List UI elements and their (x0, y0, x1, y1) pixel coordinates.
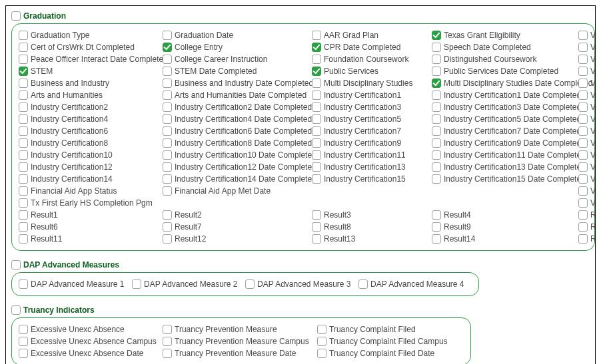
checkbox-r13[interactable] (312, 234, 321, 244)
checkbox-ahdc[interactable] (163, 91, 172, 100)
checkbox-dap2[interactable] (132, 279, 141, 289)
checkbox-euad[interactable] (19, 349, 28, 358)
checkbox-r2[interactable] (163, 210, 172, 220)
checkbox-euac[interactable] (19, 337, 28, 346)
checkbox-v1[interactable] (578, 31, 588, 40)
checkbox-ic10[interactable] (19, 150, 28, 160)
checkbox-speech[interactable] (432, 43, 441, 52)
checkbox-dist[interactable] (432, 55, 441, 64)
checkbox-ic15dc[interactable] (432, 174, 441, 184)
checkbox-tcfd[interactable] (317, 349, 326, 358)
checkbox-r8[interactable] (312, 222, 321, 232)
checkbox-r5[interactable] (578, 210, 588, 220)
checkbox-dap4[interactable] (358, 279, 368, 289)
checkbox-cpr[interactable] (312, 43, 321, 52)
checkbox-aar[interactable] (312, 31, 321, 40)
checkbox-ic9[interactable] (312, 138, 321, 148)
checkbox-ic8dc[interactable] (163, 138, 172, 148)
checkbox-ic4[interactable] (19, 114, 28, 124)
checkbox-faam[interactable] (163, 186, 172, 196)
checkbox-tpmc[interactable] (163, 337, 172, 346)
checkbox-ic2[interactable] (19, 102, 28, 112)
checkbox-ic15[interactable] (312, 174, 321, 184)
checkbox-ic1dc[interactable] (432, 91, 441, 100)
checkbox-ic14dc[interactable] (163, 174, 172, 184)
checkbox-r15[interactable] (578, 234, 588, 244)
checkbox-ic10dc[interactable] (163, 150, 172, 160)
checkbox-tpm[interactable] (163, 325, 172, 334)
checkbox-r10[interactable] (578, 222, 588, 232)
checkbox-ic7dc[interactable] (432, 126, 441, 136)
checkbox-v9[interactable] (578, 126, 588, 136)
checkbox-ic12dc[interactable] (163, 162, 172, 172)
checkbox-tcfc[interactable] (317, 337, 326, 346)
checkbox-ic11dc[interactable] (432, 150, 441, 160)
checkbox-eua[interactable] (19, 325, 28, 334)
checkbox-v7[interactable] (578, 102, 588, 112)
checkbox-ic2dc[interactable] (163, 102, 172, 112)
checkbox-txfe[interactable] (19, 198, 28, 208)
checkbox-tpmd[interactable] (163, 349, 172, 358)
checkbox-dap-all[interactable] (11, 260, 21, 270)
checkbox-dap3[interactable] (245, 279, 255, 289)
checkbox-grad_date[interactable] (163, 31, 172, 40)
checkbox-bidc[interactable] (163, 79, 172, 88)
checkbox-faa[interactable] (19, 186, 28, 196)
checkbox-crswrk[interactable] (19, 43, 28, 52)
checkbox-v4[interactable] (578, 67, 588, 76)
checkbox-pubservdc[interactable] (432, 67, 441, 76)
checkbox-v13[interactable] (578, 174, 588, 184)
checkbox-v15[interactable] (578, 198, 588, 208)
checkbox-r6[interactable] (19, 222, 28, 232)
checkbox-ic14[interactable] (19, 174, 28, 184)
checkbox-ic9dc[interactable] (432, 138, 441, 148)
checkbox-r14[interactable] (432, 234, 441, 244)
checkbox-stem[interactable] (19, 67, 28, 76)
checkbox-v11[interactable] (578, 150, 588, 160)
checkbox-found[interactable] (312, 55, 321, 64)
checkbox-ic3[interactable] (312, 102, 321, 112)
checkbox-peace[interactable] (19, 55, 28, 64)
checkbox-v6[interactable] (578, 91, 588, 100)
checkbox-dap1[interactable] (19, 279, 28, 289)
checkbox-ic5dc[interactable] (432, 114, 441, 124)
checkbox-ic4dc[interactable] (163, 114, 172, 124)
checkbox-v2[interactable] (578, 43, 588, 52)
checkbox-ic6[interactable] (19, 126, 28, 136)
checkbox-ic11[interactable] (312, 150, 321, 160)
checkbox-ic1[interactable] (312, 91, 321, 100)
checkbox-ic8[interactable] (19, 138, 28, 148)
checkbox-mdsdc[interactable] (432, 79, 441, 88)
checkbox-truancy-all[interactable] (11, 305, 21, 315)
checkbox-ic13dc[interactable] (432, 162, 441, 172)
checkbox-bi[interactable] (19, 79, 28, 88)
checkbox-ic6dc[interactable] (163, 126, 172, 136)
checkbox-v14[interactable] (578, 186, 588, 196)
checkbox-r3[interactable] (312, 210, 321, 220)
checkbox-v8[interactable] (578, 114, 588, 124)
checkbox-r12[interactable] (163, 234, 172, 244)
checkbox-stemdc[interactable] (163, 67, 172, 76)
checkbox-r1[interactable] (19, 210, 28, 220)
checkbox-cci[interactable] (163, 55, 172, 64)
checkbox-r4[interactable] (432, 210, 441, 220)
checkbox-ic3dc[interactable] (432, 102, 441, 112)
checkbox-tx_grant[interactable] (432, 31, 441, 40)
checkbox-graduation-all[interactable] (11, 11, 21, 21)
checkbox-v5[interactable] (578, 79, 588, 88)
checkbox-ic12[interactable] (19, 162, 28, 172)
checkbox-r7[interactable] (163, 222, 172, 232)
checkbox-pubserv[interactable] (312, 67, 321, 76)
checkbox-ah[interactable] (19, 91, 28, 100)
checkbox-v3[interactable] (578, 55, 588, 64)
checkbox-tcf[interactable] (317, 325, 326, 334)
checkbox-ic13[interactable] (312, 162, 321, 172)
checkbox-v10[interactable] (578, 138, 588, 148)
checkbox-v12[interactable] (578, 162, 588, 172)
checkbox-mds[interactable] (312, 79, 321, 88)
checkbox-grad_type[interactable] (19, 31, 28, 40)
checkbox-r9[interactable] (432, 222, 441, 232)
checkbox-r11[interactable] (19, 234, 28, 244)
checkbox-ic7[interactable] (312, 126, 321, 136)
checkbox-college_entry[interactable] (163, 43, 172, 52)
